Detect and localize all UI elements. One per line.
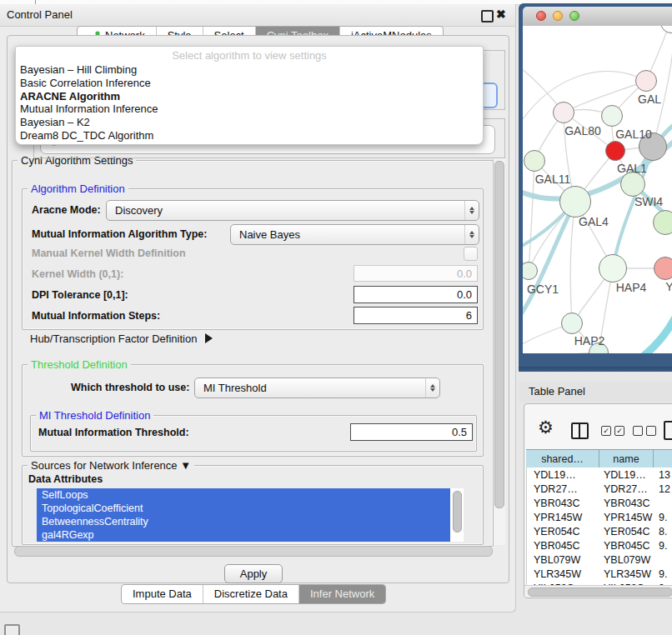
attribute-item-gal4rgexp[interactable]: gal4RGexp (37, 528, 450, 542)
node-label-gal1: GAL1 (617, 162, 647, 175)
mi-threshold-field[interactable]: 0.5 (350, 423, 473, 441)
select-all-icon[interactable]: ✓ ✓ (601, 426, 624, 436)
attribute-item-topologicalcoefficient[interactable]: TopologicalCoefficient (37, 502, 450, 515)
table-row-ydr27[interactable]: YDR27…YDR27…12 (527, 482, 672, 496)
unchecked-box-icon-2 (646, 426, 656, 436)
kernel-width-field[interactable]: 0.0 (354, 265, 478, 282)
cell: 9. (654, 540, 672, 552)
table-row-ybl079w[interactable]: YBL079WYBL079W (527, 552, 672, 567)
node-gal4[interactable] (559, 186, 591, 218)
threshold-definition-title: Threshold Definition (28, 358, 131, 371)
sources-group-title[interactable]: Sources for Network Inference ▼ (28, 459, 194, 472)
algorithm-option-aracne-algorithm[interactable]: ARACNE Algorithm (18, 90, 480, 103)
table-panel-body: ⚙ ✓ ✓ shared…name YDL19…YDL19…13YDR27…YD… (524, 403, 672, 598)
node-label-gal4: GAL4 (579, 215, 609, 228)
table-panel-titlebar: Table Panel (519, 382, 672, 402)
tab-label: Infer Network (310, 585, 374, 603)
algorithm-definition-title: Algorithm Definition (28, 182, 128, 195)
node-gal10[interactable] (601, 105, 623, 127)
mi-steps-field[interactable]: 6 (354, 307, 478, 324)
algorithm-option-bayesian-k2[interactable]: Bayesian – K2 (18, 116, 480, 129)
data-attributes-list: SelfLoopsTopologicalCoefficientBetweenne… (37, 488, 464, 542)
node-right-green[interactable] (653, 210, 672, 235)
cell: 9. (654, 568, 672, 580)
node-hap2[interactable] (561, 312, 583, 334)
cell: YPR145W (600, 512, 654, 523)
algorithm-option-mutual-information-inference[interactable]: Mutual Information Inference (18, 102, 480, 116)
column-header-col2[interactable] (654, 450, 672, 468)
manual-kernel-checkbox[interactable] (464, 247, 478, 261)
hub-definition-toggle[interactable]: Hub/Transcription Factor Definition (30, 332, 213, 345)
dpi-tolerance-label: DPI Tolerance [0,1]: (32, 289, 128, 301)
docked-panel-icon[interactable] (4, 624, 20, 635)
cell: YBL079W (527, 554, 600, 566)
settings-vscrollbar-thumb[interactable] (494, 161, 504, 508)
table-hscrollbar-track[interactable] (524, 585, 672, 597)
network-window-shadow (519, 367, 672, 372)
unchecked-box-icon (633, 426, 643, 436)
table-row-ypr145w[interactable]: YPR145WYPR145W9. (527, 510, 672, 524)
cell: YBR045C (527, 540, 600, 552)
gear-icon[interactable]: ⚙ (538, 418, 554, 436)
algorithm-option-bayesian-hill-climbing[interactable]: Bayesian – Hill Climbing (18, 63, 480, 77)
application-root: Control Panel ✖ NetworkStyleSelectCyni T… (0, 0, 672, 635)
table-row-yer054c[interactable]: YER054CYER054C8. (527, 524, 672, 538)
apply-button[interactable]: Apply (224, 564, 283, 583)
tab-infer-network[interactable]: Infer Network (298, 585, 385, 603)
dpi-tolerance-field[interactable]: 0.0 (354, 286, 478, 303)
kernel-width-label: Kernel Width (0,1): (32, 268, 123, 280)
deselect-all-icon[interactable] (633, 426, 656, 436)
attribute-item-selfloops[interactable]: SelfLoops (37, 488, 450, 502)
node-pink-right[interactable] (654, 257, 672, 280)
aracne-mode-value: Discovery (107, 204, 464, 217)
node-label-gcy1: GCY1 (527, 282, 559, 296)
attributes-scrollbar-thumb[interactable] (453, 491, 462, 532)
tab-impute-data[interactable]: Impute Data (122, 585, 203, 603)
manual-kernel-label: Manual Kernel Width Definition (32, 248, 186, 259)
close-panel-icon[interactable]: ✖ (496, 8, 506, 21)
hub-definition-label: Hub/Transcription Factor Definition (30, 332, 197, 345)
which-threshold-combo[interactable]: MI Threshold (194, 378, 440, 398)
table-row-ybr043c[interactable]: YBR043CYBR043C (527, 496, 672, 510)
network-canvas[interactable]: GALGAL80GAL10GAL1GAL11SWI4GAL4GCY1HAP4YH… (523, 26, 672, 353)
column-header-name[interactable]: name (599, 450, 654, 468)
attribute-item-betweennesscentrality[interactable]: BetweennessCentrality (37, 515, 450, 528)
tab-discretize-data[interactable]: Discretize Data (203, 585, 298, 603)
cell: YDL19… (600, 469, 654, 481)
node-gal-pink-top[interactable] (635, 70, 657, 92)
table-row-ylr345w[interactable]: YLR345WYLR345W9. (527, 567, 672, 581)
control-panel-title: Control Panel (7, 8, 73, 21)
node-hap4[interactable] (599, 254, 627, 282)
network-window-titlebar[interactable] (523, 7, 672, 27)
collapse-arrow-icon (205, 333, 213, 343)
table-panel-title: Table Panel (529, 385, 585, 398)
node-label-gal10: GAL10 (615, 128, 652, 141)
cyni-bottom-tabs: Impute DataDiscretize DataInfer Network (121, 584, 386, 604)
node-swi4[interactable] (620, 172, 645, 197)
node-label-gal80: GAL80 (564, 124, 601, 138)
tab-label: Discretize Data (214, 585, 288, 603)
column-header-shared[interactable]: shared… (526, 450, 599, 468)
algorithm-dropdown-placeholder: Select algorithm to view settings (16, 49, 483, 62)
node-gal80[interactable] (553, 102, 574, 123)
float-panel-icon[interactable] (481, 10, 494, 22)
combo-spinner-icon (464, 201, 479, 220)
cell: YBL079W (600, 554, 654, 566)
table-row-ybr045c[interactable]: YBR045CYBR045C9. (527, 538, 672, 552)
document-icon[interactable] (664, 421, 672, 440)
node-gal11[interactable] (524, 150, 545, 172)
minimize-window-icon[interactable] (553, 11, 563, 21)
algorithm-option-dream8-dc-tdc-algorithm[interactable]: Dream8 DC_TDC Algorithm (18, 129, 480, 142)
close-window-icon[interactable] (536, 11, 546, 21)
aracne-mode-combo[interactable]: Discovery (106, 200, 479, 221)
cell: 8. (654, 526, 672, 538)
node-gal1[interactable] (605, 141, 625, 161)
table-row-ydl19[interactable]: YDL19…YDL19…13 (527, 468, 672, 482)
zoom-window-icon[interactable] (569, 11, 579, 21)
table-hscrollbar-thumb[interactable] (528, 588, 672, 597)
cell: YDR27… (600, 483, 654, 495)
settings-hscrollbar-thumb[interactable] (14, 546, 493, 557)
algorithm-option-basic-correlation-inference[interactable]: Basic Correlation Inference (18, 77, 480, 90)
mi-algorithm-type-combo[interactable]: Naive Bayes (230, 224, 479, 245)
split-columns-icon[interactable] (571, 422, 589, 439)
